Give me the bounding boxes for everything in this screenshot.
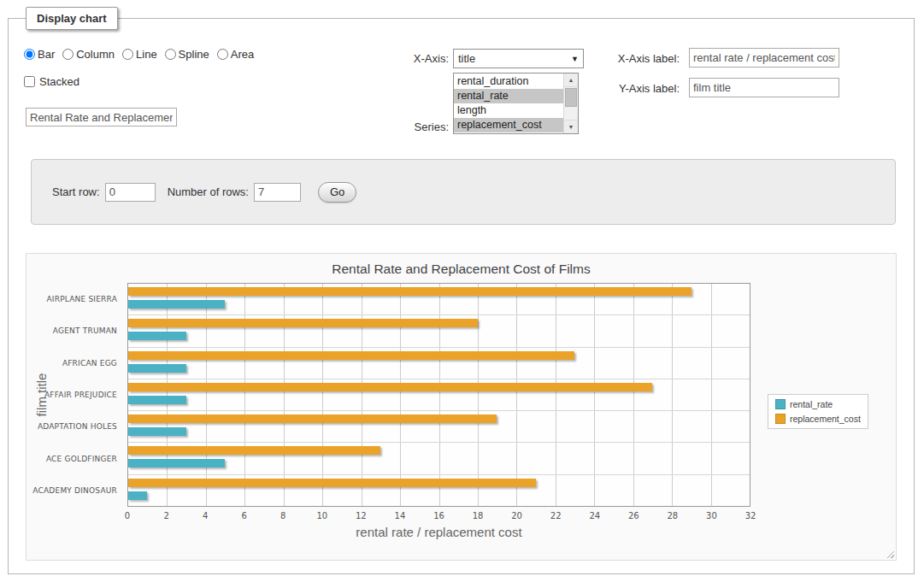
bars-container — [128, 284, 750, 506]
x-axis-select[interactable]: title ▼ — [453, 49, 584, 68]
x-tick-label: 24 — [589, 511, 600, 520]
x-tick-label: 10 — [316, 511, 327, 520]
category-label: AFFAIR PREJUDICE — [26, 379, 122, 410]
x-axis-selected-value: title — [458, 52, 475, 65]
legend-swatch-replacement_cost — [775, 414, 786, 424]
bar-rental_rate — [128, 364, 186, 373]
chart-panel: Rental Rate and Replacement Cost of Film… — [26, 253, 897, 561]
chart-x-axis-label: rental rate / replacement cost — [127, 525, 750, 539]
category-band — [128, 348, 750, 379]
series-caption: Series: — [368, 121, 449, 133]
bar-replacement_cost — [128, 414, 497, 423]
category-label: AFRICAN EGG — [26, 347, 122, 379]
legend-item-rental_rate: rental_rate — [775, 399, 861, 409]
x-axis-caption: X-Axis: — [368, 52, 449, 65]
category-label: ACADEMY DINOSAUR — [26, 475, 122, 507]
bar-rental_rate — [128, 427, 186, 436]
category-band — [128, 379, 750, 411]
series-option-rental_rate[interactable]: rental_rate — [454, 89, 563, 103]
start-row-input[interactable] — [105, 183, 156, 202]
page: Display chart BarColumnLineSplineArea St… — [0, 0, 924, 582]
chart-type-bar[interactable]: Bar — [24, 48, 55, 61]
series-option-length[interactable]: length — [454, 103, 563, 118]
category-band — [128, 284, 750, 315]
bar-rental_rate — [128, 332, 186, 340]
stacked-checkbox-row[interactable]: Stacked — [24, 75, 79, 88]
x-tick-label: 28 — [668, 511, 679, 520]
resize-handle-icon[interactable] — [885, 549, 894, 558]
x-tick-label: 30 — [706, 511, 717, 520]
legend-label: replacement_cost — [790, 414, 861, 424]
series-option-replacement_cost[interactable]: replacement_cost — [454, 118, 563, 132]
legend-swatch-rental_rate — [775, 399, 786, 409]
chart-type-radio-spline[interactable] — [165, 49, 176, 60]
x-tick-label: 8 — [280, 511, 285, 520]
chart-type-radio-label: Line — [136, 48, 157, 61]
series-scrollbar[interactable]: ▲ ▼ — [563, 73, 578, 133]
bar-replacement_cost — [128, 319, 478, 327]
series-option-rental_duration[interactable]: rental_duration — [454, 74, 563, 89]
bar-rental_rate — [128, 300, 225, 309]
rows-panel: Start row: Number of rows: Go — [31, 159, 896, 225]
category-label: ACE GOLDFINGER — [26, 443, 122, 474]
category-band — [128, 411, 750, 443]
bar-rental_rate — [128, 459, 225, 467]
stacked-checkbox[interactable] — [24, 76, 35, 87]
chart-type-column[interactable]: Column — [62, 48, 115, 61]
start-row-caption: Start row: — [52, 185, 100, 198]
chart-type-radios: BarColumnLineSplineArea — [24, 48, 254, 61]
x-tick-label: 2 — [163, 511, 168, 520]
stacked-label: Stacked — [39, 75, 79, 88]
chart-type-radio-column[interactable] — [62, 49, 74, 60]
chart-type-radio-line[interactable] — [122, 49, 133, 60]
category-band — [128, 315, 750, 347]
chart-type-line[interactable]: Line — [122, 48, 157, 61]
category-label: AIRPLANE SIERRA — [26, 283, 122, 315]
category-label: ADAPTATION HOLES — [26, 411, 122, 443]
x-tick-label: 22 — [550, 511, 562, 520]
chart-title-input[interactable] — [26, 108, 177, 126]
x-tick-label: 12 — [356, 511, 367, 520]
legend-item-replacement_cost: replacement_cost — [775, 414, 861, 424]
chart-type-radio-label: Spline — [179, 48, 209, 61]
scroll-down-icon[interactable]: ▼ — [564, 120, 578, 133]
bar-rental_rate — [128, 491, 147, 500]
chart-type-spline[interactable]: Spline — [165, 48, 209, 61]
scrollbar-thumb[interactable] — [565, 88, 577, 107]
bar-rental_rate — [128, 396, 186, 404]
x-tick-label: 32 — [745, 511, 756, 520]
num-rows-caption: Number of rows: — [168, 185, 249, 198]
bar-replacement_cost — [128, 479, 536, 487]
chart-type-radio-label: Column — [76, 48, 115, 61]
x-tick-label: 20 — [511, 511, 522, 520]
x-tick-labels: 02468101214161820222426283032 — [127, 511, 750, 523]
x-tick-label: 6 — [242, 511, 247, 520]
x-tick-label: 0 — [125, 511, 130, 520]
y-axis-label-input[interactable] — [689, 78, 839, 97]
x-axis-label-input[interactable] — [689, 48, 839, 68]
scroll-up-icon[interactable]: ▲ — [564, 73, 578, 87]
chart-type-radio-label: Area — [231, 48, 254, 61]
category-band — [128, 443, 750, 474]
bar-replacement_cost — [128, 446, 380, 455]
chart-type-radio-area[interactable] — [217, 49, 228, 60]
fieldset-legend: Display chart — [26, 7, 118, 30]
chart-type-area[interactable]: Area — [217, 48, 254, 61]
chart-title: Rental Rate and Replacement Cost of Film… — [26, 262, 896, 277]
go-button[interactable]: Go — [318, 182, 356, 203]
x-tick-label: 14 — [395, 511, 406, 520]
bar-replacement_cost — [128, 351, 574, 360]
x-axis-label-caption: X-Axis label: — [594, 52, 680, 65]
category-label: AGENT TRUMAN — [26, 315, 122, 346]
series-listbox[interactable]: rental_durationrental_ratelengthreplacem… — [453, 73, 579, 134]
bar-replacement_cost — [128, 383, 652, 391]
plot-area — [127, 283, 750, 507]
chart-type-radio-bar[interactable] — [24, 49, 35, 60]
chart-legend: rental_ratereplacement_cost — [768, 394, 868, 429]
y-axis-label-caption: Y-Axis label: — [594, 82, 680, 95]
chevron-down-icon: ▼ — [571, 55, 579, 63]
category-labels: AIRPLANE SIERRAAGENT TRUMANAFRICAN EGGAF… — [26, 283, 122, 507]
num-rows-input[interactable] — [254, 183, 301, 202]
x-tick-label: 18 — [473, 511, 484, 520]
x-tick-label: 16 — [433, 511, 444, 520]
